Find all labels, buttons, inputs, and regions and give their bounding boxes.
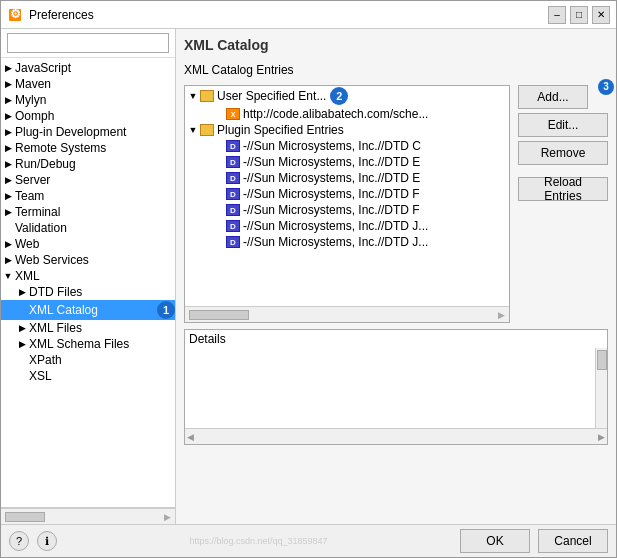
sidebar-tree: ▶ JavaScript ▶ Maven ▶ Mylyn ▶ Oomph: [1, 58, 175, 508]
entry-label: User Specified Ent...: [217, 89, 326, 103]
sidebar-item-label: XML Catalog: [29, 303, 153, 317]
reload-button[interactable]: Reload Entries: [518, 177, 608, 201]
expand-arrow: [213, 189, 225, 199]
entry-label: -//Sun Microsystems, Inc.//DTD E: [243, 171, 420, 185]
sidebar-item-label: Maven: [15, 77, 175, 91]
catalog-entry-dtd-6[interactable]: D -//Sun Microsystems, Inc.//DTD J...: [185, 218, 509, 234]
expand-arrow: [213, 173, 225, 183]
sidebar-item-web-services[interactable]: ▶ Web Services: [1, 252, 175, 268]
bottom-left-controls: ? ℹ: [9, 531, 57, 551]
bottom-bar: ? ℹ https://blog.csdn.net/qq_31859847 OK…: [1, 524, 616, 557]
details-hscroll[interactable]: ◀ ▶: [185, 428, 607, 444]
sidebar-item-label: XML Files: [29, 321, 175, 335]
catalog-entry-dtd-1[interactable]: D -//Sun Microsystems, Inc.//DTD C: [185, 138, 509, 154]
expand-arrow: [213, 221, 225, 231]
sidebar-item-xml-schema-files[interactable]: ▶ XML Schema Files: [1, 336, 175, 352]
help-button[interactable]: ?: [9, 531, 29, 551]
expand-arrow: ▶: [1, 111, 15, 121]
sidebar: ▶ JavaScript ▶ Maven ▶ Mylyn ▶ Oomph: [1, 29, 176, 524]
svg-text:⚙: ⚙: [10, 8, 21, 21]
expand-arrow: ▶: [1, 207, 15, 217]
cancel-button[interactable]: Cancel: [538, 529, 608, 553]
sidebar-hscroll[interactable]: ▶: [1, 508, 175, 524]
catalog-tree-container: ▼ User Specified Ent... 2 X: [184, 85, 510, 323]
sidebar-item-xml[interactable]: ▼ XML: [1, 268, 175, 284]
sidebar-item-label: Plug-in Development: [15, 125, 175, 139]
expand-arrow: [15, 371, 29, 381]
expand-arrow: ▶: [1, 95, 15, 105]
search-input[interactable]: [7, 33, 169, 53]
search-box: [1, 29, 175, 58]
sidebar-item-label: Server: [15, 173, 175, 187]
edit-button[interactable]: Edit...: [518, 113, 608, 137]
expand-arrow: ▶: [1, 143, 15, 153]
expand-arrow: [15, 305, 29, 315]
window-title: Preferences: [29, 8, 548, 22]
catalog-entry-dtd-2[interactable]: D -//Sun Microsystems, Inc.//DTD E: [185, 154, 509, 170]
dtd-icon: D: [225, 171, 241, 185]
sidebar-item-label: XML: [15, 269, 175, 283]
expand-arrow: ▶: [15, 323, 29, 333]
details-area: Details ◀ ▶: [184, 329, 608, 445]
sidebar-item-oomph[interactable]: ▶ Oomph: [1, 108, 175, 124]
catalog-entry-dtd-4[interactable]: D -//Sun Microsystems, Inc.//DTD F: [185, 186, 509, 202]
bottom-right-controls: OK Cancel: [460, 529, 608, 553]
catalog-hscroll[interactable]: ▶: [185, 306, 509, 322]
sidebar-item-label: Remote Systems: [15, 141, 175, 155]
sidebar-item-label: Team: [15, 189, 175, 203]
expand-arrow: ▶: [1, 191, 15, 201]
catalog-entry-dtd-7[interactable]: D -//Sun Microsystems, Inc.//DTD J...: [185, 234, 509, 250]
catalog-entry-dtd-5[interactable]: D -//Sun Microsystems, Inc.//DTD F: [185, 202, 509, 218]
expand-arrow: ▶: [1, 159, 15, 169]
sidebar-item-team[interactable]: ▶ Team: [1, 188, 175, 204]
entry-label: -//Sun Microsystems, Inc.//DTD F: [243, 187, 420, 201]
entry-label: -//Sun Microsystems, Inc.//DTD F: [243, 203, 420, 217]
sidebar-item-label: XSL: [29, 369, 175, 383]
catalog-entry-plugin-specified[interactable]: ▼ Plugin Specified Entries: [185, 122, 509, 138]
window-icon: ⚙: [7, 7, 23, 23]
sidebar-item-web[interactable]: ▶ Web: [1, 236, 175, 252]
remove-button[interactable]: Remove: [518, 141, 608, 165]
sidebar-item-label: Terminal: [15, 205, 175, 219]
expand-arrow: ▶: [1, 175, 15, 185]
tree-view: ▶ JavaScript ▶ Maven ▶ Mylyn ▶ Oomph: [1, 58, 175, 386]
sidebar-item-xml-files[interactable]: ▶ XML Files: [1, 320, 175, 336]
entry-label: -//Sun Microsystems, Inc.//DTD J...: [243, 219, 428, 233]
sidebar-item-run-debug[interactable]: ▶ Run/Debug: [1, 156, 175, 172]
maximize-button[interactable]: □: [570, 6, 588, 24]
sidebar-item-validation[interactable]: Validation: [1, 220, 175, 236]
close-button[interactable]: ✕: [592, 6, 610, 24]
sidebar-item-label: XML Schema Files: [29, 337, 175, 351]
sidebar-item-label: Oomph: [15, 109, 175, 123]
sidebar-item-plugin-dev[interactable]: ▶ Plug-in Development: [1, 124, 175, 140]
badge-3: 3: [598, 79, 614, 95]
sidebar-item-maven[interactable]: ▶ Maven: [1, 76, 175, 92]
expand-arrow: ▶: [1, 79, 15, 89]
sidebar-item-remote-systems[interactable]: ▶ Remote Systems: [1, 140, 175, 156]
sidebar-item-terminal[interactable]: ▶ Terminal: [1, 204, 175, 220]
sidebar-item-xml-catalog[interactable]: XML Catalog 1: [1, 300, 175, 320]
minimize-button[interactable]: –: [548, 6, 566, 24]
sidebar-item-javascript[interactable]: ▶ JavaScript: [1, 60, 175, 76]
sidebar-item-dtd-files[interactable]: ▶ DTD Files: [1, 284, 175, 300]
expand-arrow: [1, 223, 15, 233]
details-content: [185, 348, 607, 428]
ok-button[interactable]: OK: [460, 529, 530, 553]
info-button[interactable]: ℹ: [37, 531, 57, 551]
expand-arrow: [213, 141, 225, 151]
sidebar-item-mylyn[interactable]: ▶ Mylyn: [1, 92, 175, 108]
catalog-entry-user-specified[interactable]: ▼ User Specified Ent... 2: [185, 86, 509, 106]
sidebar-item-xsl[interactable]: XSL: [1, 368, 175, 384]
details-vscroll[interactable]: [595, 348, 607, 428]
sidebar-item-server[interactable]: ▶ Server: [1, 172, 175, 188]
expand-arrow: [213, 109, 225, 119]
add-button[interactable]: Add...: [518, 85, 588, 109]
expand-arrow: [213, 237, 225, 247]
expand-arrow: [15, 355, 29, 365]
expand-arrow: ▶: [1, 255, 15, 265]
details-label: Details: [185, 330, 607, 348]
dtd-icon: D: [225, 235, 241, 249]
catalog-entry-alibaba[interactable]: X http://code.alibabatech.com/sche...: [185, 106, 509, 122]
sidebar-item-xpath[interactable]: XPath: [1, 352, 175, 368]
catalog-entry-dtd-3[interactable]: D -//Sun Microsystems, Inc.//DTD E: [185, 170, 509, 186]
